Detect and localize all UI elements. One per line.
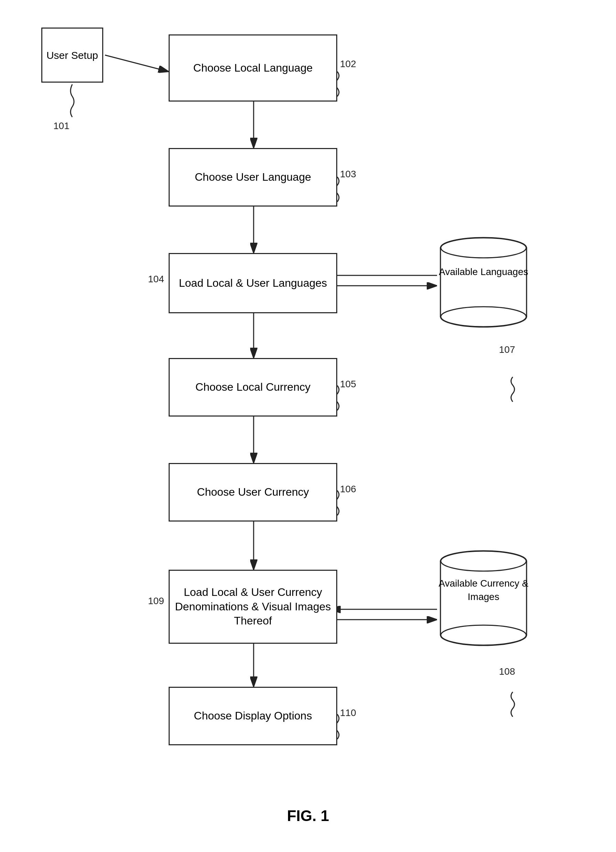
available-currency-images-cylinder: Available Currency & Images [437,547,530,649]
svg-line-1 [105,55,169,72]
svg-point-16 [441,238,526,258]
load-currency-denominations-label: Load Local & User Currency Denominations… [170,585,336,628]
choose-local-language-box: Choose Local Language [169,35,337,101]
available-languages-label: Available Languages [437,265,530,278]
diagram-container: User Setup 101 Choose Local Language 102… [0,0,616,852]
svg-rect-15 [441,248,526,316]
svg-point-25 [441,625,526,645]
choose-user-currency-label: Choose User Currency [197,485,309,500]
choose-display-options-box: Choose Display Options [169,687,337,745]
available-languages-cylinder: Available Languages [437,234,530,331]
svg-point-24 [441,551,526,571]
ref-106: 106 [340,483,356,495]
choose-local-currency-label: Choose Local Currency [195,380,310,394]
available-currency-images-label: Available Currency & Images [437,577,530,603]
ref-101: 101 [53,121,69,131]
figure-label: FIG. 1 [0,807,616,825]
choose-user-currency-box: Choose User Currency [169,463,337,521]
ref-107: 107 [499,344,515,355]
ref-104: 104 [148,274,164,285]
ref-108: 108 [499,666,515,677]
choose-local-currency-box: Choose Local Currency [169,358,337,417]
ref-109: 109 [148,595,164,607]
ref-105: 105 [340,379,356,390]
ref-103: 103 [340,169,356,180]
ref-110: 110 [340,707,356,718]
load-local-user-languages-box: Load Local & User Languages [169,253,337,313]
ref-102: 102 [340,59,356,69]
load-currency-denominations-box: Load Local & User Currency Denominations… [169,570,337,644]
user-setup-box: User Setup [41,27,103,83]
load-local-user-languages-label: Load Local & User Languages [179,276,327,290]
choose-user-language-box: Choose User Language [169,148,337,207]
choose-user-language-label: Choose User Language [195,170,311,184]
choose-local-language-label: Choose Local Language [193,61,313,76]
svg-point-17 [441,307,526,327]
user-setup-label: User Setup [47,48,98,62]
choose-display-options-label: Choose Display Options [194,709,312,723]
